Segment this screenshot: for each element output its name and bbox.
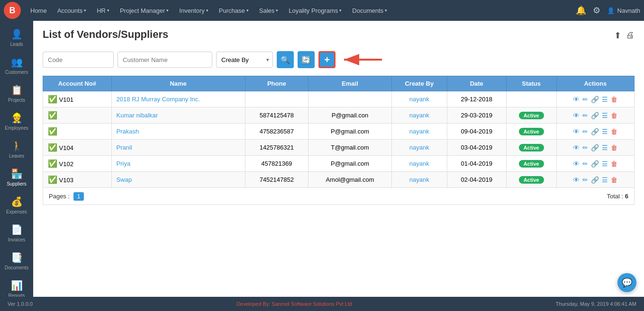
create-by-select[interactable]: Create By [216, 52, 273, 68]
sidebar-item-expenses[interactable]: 💰 Expenses [0, 192, 33, 218]
nav-accounts[interactable]: Accounts▾ [53, 4, 91, 17]
user-menu[interactable]: 👤 Navnath [607, 7, 640, 14]
cell-email [308, 91, 392, 107]
list-icon[interactable]: ☰ [602, 176, 608, 184]
delete-icon[interactable]: 🗑 [611, 128, 617, 135]
cell-name: Kumar nibalkar [111, 107, 245, 124]
customer-name-input[interactable] [118, 52, 212, 68]
add-button[interactable]: + [318, 51, 336, 68]
cell-name: Prakash [111, 124, 245, 140]
cell-account-no: ✅ V101 [43, 91, 112, 107]
list-icon[interactable]: ☰ [602, 96, 608, 103]
cell-account-no: ✅ V102 [43, 156, 112, 172]
col-account-no: Account No# [43, 76, 112, 91]
check-icon: ✅ [48, 160, 57, 168]
page-wrapper: 👤 Leads 👥 Customers 📋 Projects 👷 Employe… [0, 21, 644, 297]
delete-icon[interactable]: 🗑 [611, 144, 617, 151]
link-icon[interactable]: 🔗 [591, 144, 599, 151]
sidebar-item-employees[interactable]: 👷 Employees [0, 108, 33, 134]
cell-phone: 1425786321 [245, 140, 308, 156]
table-row: ✅ V104 Pranil 1425786321 T@gmail.com nay… [43, 140, 635, 156]
link-icon[interactable]: 🔗 [591, 128, 599, 135]
sidebar-item-customers[interactable]: 👥 Customers [0, 53, 33, 79]
settings-icon[interactable]: ⚙ [593, 5, 600, 16]
cell-email: Amol@gmail.com [308, 172, 392, 188]
view-icon[interactable]: 👁 [573, 112, 580, 119]
check-icon: ✅ [48, 95, 57, 103]
nav-purchase[interactable]: Purchase▾ [214, 4, 254, 17]
chevron-down-icon: ▾ [206, 8, 209, 13]
edit-icon[interactable]: ✏ [582, 96, 588, 103]
cell-date: 09-04-2019 [447, 124, 506, 140]
edit-icon[interactable]: ✏ [582, 144, 588, 151]
delete-icon[interactable]: 🗑 [611, 176, 617, 184]
cell-date: 01-04-2019 [447, 156, 506, 172]
cell-create-by: nayank [391, 91, 447, 107]
delete-icon[interactable]: 🗑 [611, 160, 617, 168]
chevron-down-icon: ▾ [276, 8, 278, 13]
nav-hr[interactable]: HR▾ [92, 4, 114, 17]
refresh-icon: 🔄 [301, 55, 311, 64]
pages-info: Pages : 1 [49, 193, 84, 200]
sidebar-item-projects[interactable]: 📋 Projects [0, 80, 33, 107]
edit-icon[interactable]: ✏ [582, 128, 588, 135]
view-icon[interactable]: 👁 [573, 96, 580, 103]
list-icon[interactable]: ☰ [602, 144, 608, 151]
cell-status [506, 91, 556, 107]
view-icon[interactable]: 👁 [573, 176, 580, 184]
check-icon: ✅ [48, 176, 57, 184]
sidebar-item-label: Leaves [9, 153, 24, 159]
refresh-button[interactable]: 🔄 [298, 51, 315, 68]
cell-actions: 👁 ✏ 🔗 ☰ 🗑 [556, 140, 634, 156]
chevron-down-icon: ▾ [385, 8, 387, 13]
export-icon[interactable]: ⬆ [614, 30, 621, 41]
list-icon[interactable]: ☰ [602, 128, 608, 135]
leads-icon: 👤 [11, 28, 23, 40]
search-button[interactable]: 🔍 [277, 51, 294, 68]
bell-icon[interactable]: 🔔 [576, 5, 586, 16]
sidebar-item-invoices[interactable]: 📄 Invoices [0, 220, 33, 246]
view-icon[interactable]: 👁 [573, 144, 580, 151]
print-icon[interactable]: 🖨 [626, 30, 635, 41]
sidebar-item-leaves[interactable]: 🚶 Leaves [0, 136, 33, 162]
cell-actions: 👁 ✏ 🔗 ☰ 🗑 [556, 172, 634, 188]
col-name: Name [111, 76, 245, 91]
nav-sales[interactable]: Sales▾ [254, 4, 283, 17]
edit-icon[interactable]: ✏ [582, 176, 588, 184]
nav-project-manager[interactable]: Project Manager▾ [115, 4, 173, 17]
col-status: Status [506, 76, 556, 91]
code-input[interactable] [43, 52, 114, 68]
nav-documents[interactable]: Documents▾ [347, 4, 392, 17]
view-icon[interactable]: 👁 [573, 160, 580, 168]
link-icon[interactable]: 🔗 [591, 176, 599, 184]
nav-home[interactable]: Home [26, 4, 52, 17]
cell-create-by: nayank [391, 140, 447, 156]
cell-phone: 4758236587 [245, 124, 308, 140]
view-icon[interactable]: 👁 [573, 128, 580, 135]
sidebar-item-leads[interactable]: 👤 Leads [0, 25, 33, 51]
link-icon[interactable]: 🔗 [591, 112, 599, 119]
dev-name: Sanmol Software Solutions Pvt Ltd [272, 301, 352, 307]
chevron-down-icon: ▾ [246, 8, 249, 13]
sidebar-item-reports[interactable]: 📊 Reports [0, 276, 33, 297]
sidebar: 👤 Leads 👥 Customers 📋 Projects 👷 Employe… [0, 21, 33, 297]
delete-icon[interactable]: 🗑 [611, 96, 617, 103]
sidebar-item-suppliers[interactable]: 🏪 Suppliers [0, 164, 33, 190]
cell-phone: 457821369 [245, 156, 308, 172]
pagination-bar: Pages : 1 Total : 6 [43, 188, 635, 205]
chat-bubble[interactable]: 💬 [617, 273, 636, 292]
list-icon[interactable]: ☰ [602, 160, 608, 168]
edit-icon[interactable]: ✏ [582, 160, 588, 168]
delete-icon[interactable]: 🗑 [611, 112, 617, 119]
edit-icon[interactable]: ✏ [582, 112, 588, 119]
cell-create-by: nayank [391, 172, 447, 188]
sidebar-item-documents[interactable]: 📑 Documents [0, 248, 33, 274]
link-icon[interactable]: 🔗 [591, 96, 599, 103]
nav-inventory[interactable]: Inventory▾ [174, 4, 213, 17]
table-row: ✅ Prakash 4758236587 P@gmail.com nayank … [43, 124, 635, 140]
link-icon[interactable]: 🔗 [591, 160, 599, 168]
footer: Ver 1.0.0.0 Developed By: Sanmol Softwar… [0, 297, 644, 311]
list-icon[interactable]: ☰ [602, 112, 608, 119]
nav-loyalty[interactable]: Loyality Programs▾ [284, 4, 346, 17]
current-page[interactable]: 1 [73, 192, 84, 201]
